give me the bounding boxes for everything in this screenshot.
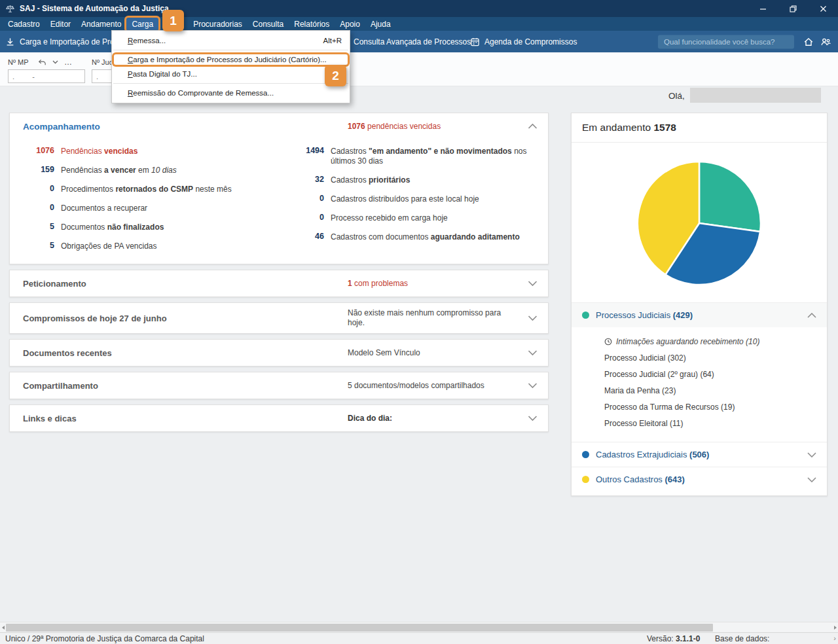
scroll-left-icon[interactable] bbox=[0, 622, 6, 633]
stat-label: Processo recebido em carga hoje bbox=[331, 213, 448, 223]
legend-dot bbox=[582, 451, 589, 458]
section-title: Peticionamento bbox=[23, 279, 86, 289]
stat-label: Pendências vencidas bbox=[61, 146, 137, 156]
feature-search-input[interactable] bbox=[658, 35, 794, 48]
panel-total: 1578 bbox=[653, 122, 676, 133]
chevron-down-icon[interactable] bbox=[52, 60, 58, 64]
dropdown-item-carga-e-importacao-de-processos-do-judiciario-ca[interactable]: Carga e Importação de Processos do Judic… bbox=[112, 52, 350, 67]
horizontal-scrollbar[interactable] bbox=[0, 622, 838, 632]
chevron-up-icon[interactable] bbox=[528, 124, 537, 130]
group-processos-judiciais[interactable]: Processos Judiciais (429) bbox=[572, 302, 827, 327]
group-child-processo-judicial-302[interactable]: Processo Judicial (302) bbox=[604, 353, 816, 363]
dropdown-item-label: Pasta Digital do TJ... bbox=[128, 70, 197, 78]
app-logo-icon bbox=[5, 4, 15, 14]
dropdown-item-reemissao-do-comprovante-de-remessa[interactable]: Reemissão do Comprovante de Remessa... bbox=[112, 86, 350, 100]
status-scroll-right-icon[interactable]: › bbox=[833, 634, 836, 642]
stat-row[interactable]: 0Processo recebido em carga hoje bbox=[287, 213, 535, 223]
stat-label: Procedimentos retornados do CSMP neste m… bbox=[61, 184, 232, 194]
menu-cadastro[interactable]: Cadastro bbox=[3, 18, 45, 31]
stat-label: Cadastros prioritários bbox=[331, 175, 410, 185]
menu-andamento[interactable]: Andamento bbox=[76, 18, 126, 31]
stat-row[interactable]: 0Procedimentos retornados do CSMP neste … bbox=[20, 184, 287, 194]
stat-row[interactable]: 159Pendências a vencer em 10 dias bbox=[20, 165, 287, 175]
legend-dot bbox=[582, 476, 589, 483]
stat-row[interactable]: 0Documentos a recuperar bbox=[20, 203, 287, 213]
menu-ajuda[interactable]: Ajuda bbox=[365, 18, 396, 31]
menu-carga[interactable]: Carga bbox=[126, 18, 158, 31]
chevron-down-icon[interactable] bbox=[807, 477, 816, 482]
stat-row[interactable]: 5Documentos não finalizados bbox=[20, 222, 287, 232]
stat-label: Cadastros com documentos aguardando adit… bbox=[331, 232, 520, 242]
more-options-icon[interactable]: … bbox=[64, 58, 72, 67]
status-bar: Unico / 29ª Promotoria de Justiça da Com… bbox=[0, 632, 838, 644]
stat-row[interactable]: 0Cadastros distribuídos para este local … bbox=[287, 194, 535, 204]
stat-count: 0 bbox=[20, 184, 54, 194]
stat-label: Documentos não finalizados bbox=[61, 222, 164, 232]
chevron-down-icon[interactable] bbox=[807, 452, 816, 457]
scroll-right-icon[interactable] bbox=[832, 622, 838, 633]
group-outros-cadastros[interactable]: Outros Cadastros (643) bbox=[572, 467, 827, 492]
section-header-peticionamento[interactable]: Peticionamento 1 com problemas bbox=[10, 270, 548, 296]
section-header-compromissos[interactable]: Compromissos de hoje 27 de junho Não exi… bbox=[10, 303, 548, 333]
stat-row[interactable]: 1494Cadastros "em andamento" e não movim… bbox=[287, 146, 535, 166]
mp-number-input[interactable] bbox=[8, 69, 85, 83]
pie-slice-processos-judiciais bbox=[699, 162, 761, 232]
menu-procuradorias[interactable]: Procuradorias bbox=[188, 18, 247, 31]
maximize-button[interactable] bbox=[778, 0, 808, 17]
chevron-down-icon[interactable] bbox=[528, 383, 537, 389]
stat-row[interactable]: 5Obrigações de PA vencidas bbox=[20, 241, 287, 251]
summary-count: 1076 bbox=[348, 122, 365, 131]
menu-apoio[interactable]: Apoio bbox=[335, 18, 365, 31]
section-header-compartilhamento[interactable]: Compartilhamento 5 documentos/modelos co… bbox=[10, 372, 548, 399]
annotation-step-2: 2 bbox=[325, 65, 346, 86]
section-summary: Modelo Sem Vínculo bbox=[348, 348, 420, 357]
chevron-down-icon[interactable] bbox=[528, 350, 537, 356]
toolbar-carga-importacao-button[interactable]: Carga e Importação de Pro bbox=[5, 37, 115, 46]
chevron-down-icon[interactable] bbox=[528, 416, 537, 421]
close-button[interactable] bbox=[808, 0, 838, 17]
menu-separator bbox=[113, 83, 348, 84]
menu-relatorios[interactable]: Relatórios bbox=[289, 18, 335, 31]
stat-count: 159 bbox=[20, 165, 54, 175]
menu-editor[interactable]: Editor bbox=[45, 18, 76, 31]
undo-arrow-icon[interactable] bbox=[38, 59, 46, 66]
group-child-processo-judicial-2-grau-64[interactable]: Processo Judicial (2º grau) (64) bbox=[604, 370, 816, 379]
stat-label: Obrigações de PA vencidas bbox=[61, 241, 157, 251]
user-name-redacted bbox=[690, 88, 821, 103]
summary-text: com problemas bbox=[354, 279, 408, 288]
section-title: Compartilhamento bbox=[23, 381, 98, 391]
stat-row[interactable]: 32Cadastros prioritários bbox=[287, 175, 535, 185]
version-label: Versão: bbox=[647, 634, 674, 643]
group-child-processo-eleitoral-11[interactable]: Processo Eleitoral (11) bbox=[604, 419, 816, 428]
group-child-intimacoes-aguardando-recebimento-10[interactable]: Intimações aguardando recebimento (10) bbox=[604, 337, 816, 346]
minimize-button[interactable] bbox=[748, 0, 778, 17]
scrollbar-thumb[interactable] bbox=[6, 624, 713, 632]
section-header-acompanhamento[interactable]: Acompanhamento 1076 pendências vencidas bbox=[10, 113, 548, 139]
menu-consulta[interactable]: Consulta bbox=[247, 18, 289, 31]
users-button[interactable] bbox=[820, 37, 831, 47]
home-button[interactable] bbox=[803, 37, 814, 47]
section-summary: 1076 pendências vencidas bbox=[348, 122, 441, 131]
chevron-up-icon[interactable] bbox=[807, 313, 816, 318]
stat-label: Cadastros "em andamento" e não movimenta… bbox=[331, 146, 535, 166]
calendar-icon bbox=[470, 37, 480, 46]
chevron-down-icon[interactable] bbox=[528, 281, 537, 287]
mp-number-tools: … bbox=[38, 58, 72, 67]
group-child-processo-da-turma-de-recursos-19[interactable]: Processo da Turma de Recursos (19) bbox=[604, 402, 816, 412]
toolbar-agenda-button[interactable]: Agenda de Compromissos bbox=[470, 37, 577, 46]
chevron-down-icon[interactable] bbox=[528, 315, 537, 321]
dropdown-item-pasta-digital-do-tj[interactable]: Pasta Digital do TJ... bbox=[112, 67, 350, 81]
minimize-icon bbox=[759, 5, 767, 12]
toolbar-consulta-avancada-button[interactable]: Consulta Avançada de Processos bbox=[339, 37, 471, 46]
mp-number-label: Nº MP bbox=[8, 58, 29, 66]
group-cadastros-extrajudiciais[interactable]: Cadastros Extrajudiciais (506) bbox=[572, 442, 827, 467]
stat-row[interactable]: 1076Pendências vencidas bbox=[20, 146, 287, 156]
group-child-maria-da-penha-23[interactable]: Maria da Penha (23) bbox=[604, 386, 816, 395]
section-header-documentos[interactable]: Documentos recentes Modelo Sem Vínculo bbox=[10, 340, 548, 366]
section-header-links[interactable]: Links e dicas Dica do dia: bbox=[10, 405, 548, 431]
stat-count: 46 bbox=[287, 232, 324, 242]
title-bar: SAJ - Sistema de Automação da Justiça bbox=[0, 0, 838, 17]
dropdown-item-remessa[interactable]: Remessa...Alt+R bbox=[112, 33, 350, 48]
version-value: 3.1.1-0 bbox=[676, 634, 700, 643]
stat-row[interactable]: 46Cadastros com documentos aguardando ad… bbox=[287, 232, 535, 242]
